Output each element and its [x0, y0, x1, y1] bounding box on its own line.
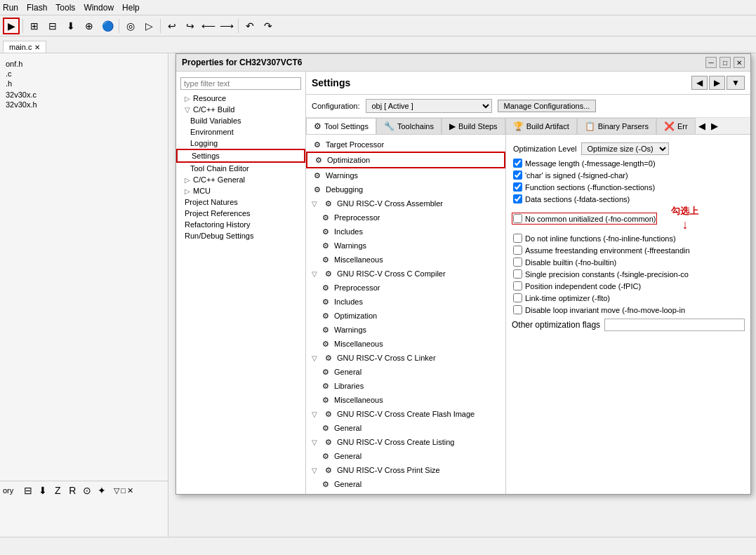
cb-fpic-input[interactable] — [513, 281, 522, 290]
tree-c-misc[interactable]: ⚙ Miscellaneous — [306, 337, 505, 351]
tree-c-includes[interactable]: ⚙ Includes — [306, 295, 505, 309]
toolbar-btn-5[interactable]: ⊕ — [81, 18, 98, 34]
tree-print-general[interactable]: ⚙ General — [306, 477, 505, 491]
cb-single-precision-input[interactable] — [513, 269, 522, 279]
menu-tools[interactable]: Tools — [55, 3, 75, 13]
nav-logging[interactable]: Logging — [176, 138, 305, 149]
nav-refactoring[interactable]: Refactoring History — [176, 219, 305, 230]
toolbar-btn-12[interactable]: ⟶ — [218, 18, 235, 34]
toolbar-debug-btn[interactable]: ▶ — [3, 18, 20, 34]
bottom-arr-1[interactable]: ▽ — [114, 486, 119, 495]
config-dropdown[interactable]: obj [ Active ] — [366, 99, 492, 113]
nav-toolchain-editor[interactable]: Tool Chain Editor — [176, 163, 305, 174]
toolbar-btn-4[interactable]: ⬇ — [62, 18, 79, 34]
nav-build-vars[interactable]: Build Variables — [176, 115, 305, 126]
dialog-minimize-btn[interactable]: ─ — [705, 57, 717, 68]
nav-project-natures[interactable]: Project Natures — [176, 196, 305, 208]
toolbar-btn-2[interactable]: ⊞ — [26, 18, 43, 34]
tab-binary-parsers[interactable]: 📋 Binary Parsers — [577, 118, 656, 134]
tree-gnu-c-compiler[interactable]: ▽ ⚙ GNU RISC-V Cross C Compiler — [306, 267, 505, 281]
bottom-btn-4[interactable]: R — [66, 484, 79, 497]
toolbar-btn-13[interactable]: ↶ — [241, 18, 258, 34]
nav-resource[interactable]: ▷ Resource — [176, 93, 305, 104]
toolbar-btn-7[interactable]: ◎ — [122, 18, 139, 34]
tree-optimization[interactable]: ⚙ Optimization — [306, 152, 505, 168]
toolbar-btn-9[interactable]: ↩ — [164, 18, 180, 34]
toolbar-btn-6[interactable]: 🔵 — [99, 18, 116, 34]
tab-err[interactable]: ❌ Err — [656, 118, 696, 134]
nav-environment[interactable]: Environment — [176, 126, 305, 138]
tree-gnu-assembler[interactable]: ▽ ⚙ GNU RISC-V Cross Assembler — [306, 196, 505, 210]
lp-file-6[interactable]: 32v30x.h — [3, 100, 165, 109]
bottom-btn-3[interactable]: Z — [51, 484, 64, 497]
cb-no-common-input[interactable] — [513, 214, 522, 223]
cb-no-inline-input[interactable] — [513, 234, 522, 243]
nav-project-refs[interactable]: Project References — [176, 208, 305, 219]
tab-build-artifact[interactable]: 🏆 Build Artifact — [505, 118, 577, 134]
nav-filter-input[interactable] — [180, 77, 301, 90]
tree-asm-includes[interactable]: ⚙ Includes — [306, 225, 505, 239]
manage-configs-btn[interactable]: Manage Configurations... — [498, 100, 597, 112]
toolbar-btn-10[interactable]: ↪ — [182, 18, 199, 34]
bottom-btn-2[interactable]: ⬇ — [37, 484, 49, 497]
tree-gnu-linker[interactable]: ▽ ⚙ GNU RISC-V Cross C Linker — [306, 351, 505, 365]
toolbar-btn-14[interactable]: ↷ — [260, 18, 277, 34]
tab-build-steps[interactable]: ▶ Build Steps — [442, 118, 505, 134]
menu-window[interactable]: Window — [84, 3, 114, 13]
toolbar-btn-11[interactable]: ⟵ — [200, 18, 217, 34]
cb-char-signed-input[interactable] — [513, 170, 522, 180]
tree-c-warnings[interactable]: ⚙ Warnings — [306, 323, 505, 337]
nav-mcu[interactable]: ▷ MCU — [176, 185, 305, 196]
opt-flags-input[interactable] — [604, 319, 745, 331]
dialog-close-btn[interactable]: ✕ — [734, 57, 745, 68]
opt-level-select[interactable]: Optimize size (-Os) — [581, 142, 669, 155]
nav-more-btn[interactable]: ▼ — [727, 76, 745, 90]
tab-main-c[interactable]: main.c ✕ — [3, 41, 46, 53]
lp-file-2[interactable]: .c — [3, 69, 165, 79]
tab-tool-settings[interactable]: ⚙ Tool Settings — [306, 118, 376, 134]
bottom-btn-1[interactable]: ⊟ — [22, 484, 34, 497]
toolbar-btn-8[interactable]: ▷ — [140, 18, 157, 34]
tree-listing-general[interactable]: ⚙ General — [306, 449, 505, 463]
bottom-btn-6[interactable]: ✦ — [95, 484, 108, 497]
tree-asm-preprocessor[interactable]: ⚙ Preprocessor — [306, 210, 505, 225]
nav-run-debug[interactable]: Run/Debug Settings — [176, 230, 305, 241]
cb-msg-length-input[interactable] — [513, 159, 522, 168]
nav-cpp-build[interactable]: ▽ C/C++ Build — [176, 104, 305, 115]
nav-cpp-general[interactable]: ▷ C/C++ General — [176, 174, 305, 185]
dialog-maximize-btn[interactable]: □ — [719, 57, 731, 68]
tree-print-size[interactable]: ▽ ⚙ GNU RISC-V Cross Print Size — [306, 463, 505, 477]
lp-file-1[interactable]: onf.h — [3, 59, 165, 69]
tree-linker-general[interactable]: ⚙ General — [306, 365, 505, 379]
tab-scroll-right[interactable]: ▶ — [708, 118, 721, 134]
tree-c-optimization[interactable]: ⚙ Optimization — [306, 309, 505, 323]
cb-data-sections-input[interactable] — [513, 194, 522, 203]
nav-settings[interactable]: Settings — [176, 149, 305, 163]
bottom-arr-2[interactable]: □ — [121, 486, 126, 495]
lp-file-5[interactable]: 32v30x.c — [3, 90, 165, 100]
tree-linker-libs[interactable]: ⚙ Libraries — [306, 379, 505, 393]
cb-no-builtin-input[interactable] — [513, 258, 522, 267]
cb-no-loop-input[interactable] — [513, 305, 522, 314]
cb-lto-input[interactable] — [513, 293, 522, 302]
tree-target-processor[interactable]: ⚙ Target Processor — [306, 138, 505, 152]
lp-file-3[interactable]: .h — [3, 79, 165, 88]
cb-freestanding-input[interactable] — [513, 246, 522, 255]
tree-asm-misc[interactable]: ⚙ Miscellaneous — [306, 253, 505, 267]
tree-listing[interactable]: ▽ ⚙ GNU RISC-V Cross Create Listing — [306, 435, 505, 449]
tree-warnings-1[interactable]: ⚙ Warnings — [306, 168, 505, 182]
tab-scroll-left[interactable]: ◀ — [696, 118, 708, 134]
tree-linker-misc[interactable]: ⚙ Miscellaneous — [306, 393, 505, 407]
nav-back-btn[interactable]: ◀ — [691, 76, 708, 90]
nav-fwd-btn[interactable]: ▶ — [709, 76, 725, 90]
menu-help[interactable]: Help — [122, 3, 140, 13]
toolbar-btn-3[interactable]: ⊟ — [44, 18, 61, 34]
tree-c-preprocessor[interactable]: ⚙ Preprocessor — [306, 281, 505, 295]
tree-flash-image[interactable]: ▽ ⚙ GNU RISC-V Cross Create Flash Image — [306, 407, 505, 421]
tree-debugging[interactable]: ⚙ Debugging — [306, 182, 505, 196]
menu-flash[interactable]: Flash — [27, 3, 47, 13]
tab-toolchains[interactable]: 🔧 Toolchains — [376, 118, 442, 134]
cb-func-sections-input[interactable] — [513, 182, 522, 192]
tree-flash-general[interactable]: ⚙ General — [306, 421, 505, 435]
bottom-btn-5[interactable]: ⊙ — [81, 484, 93, 497]
